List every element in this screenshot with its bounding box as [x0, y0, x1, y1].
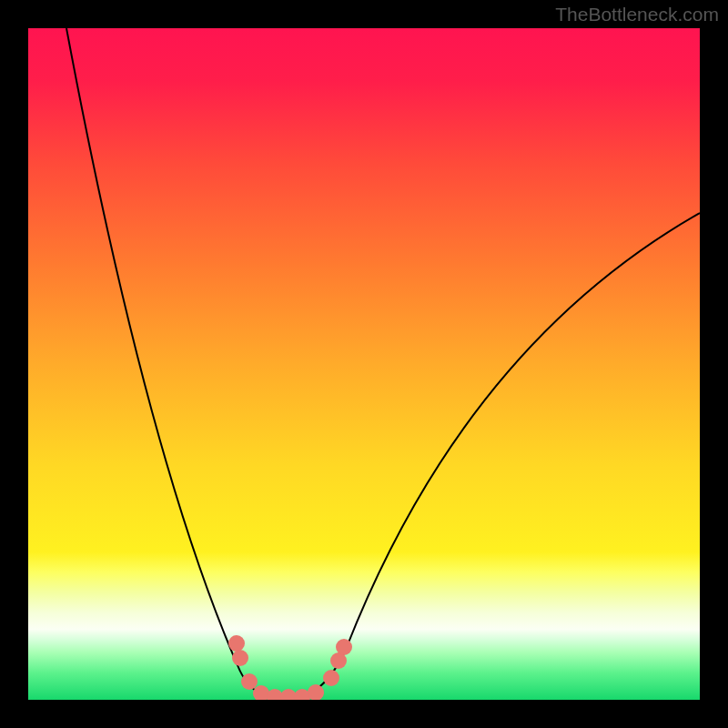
marker-point: [336, 639, 352, 655]
marker-point: [232, 650, 248, 666]
marker-point: [228, 635, 245, 652]
bottleneck-chart: [28, 28, 700, 700]
chart-background: [28, 28, 700, 700]
marker-point: [241, 673, 258, 690]
marker-point: [323, 670, 339, 686]
attribution-text: TheBottleneck.com: [555, 4, 719, 25]
chart-frame: [28, 28, 700, 700]
